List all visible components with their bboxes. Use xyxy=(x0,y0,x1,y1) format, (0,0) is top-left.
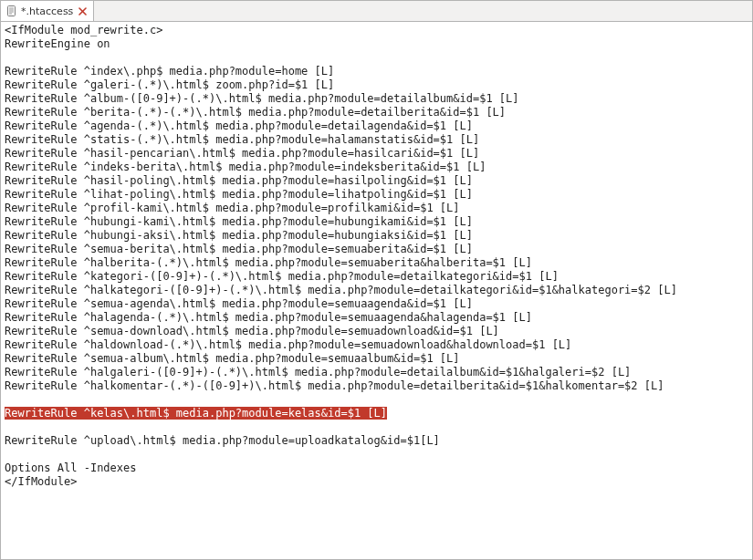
code-line xyxy=(5,448,748,461)
code-line: RewriteRule ^semua-album\.html$ media.ph… xyxy=(5,352,748,366)
code-line: RewriteRule ^index\.php$ media.php?modul… xyxy=(5,65,748,78)
highlighted-code-line: RewriteRule ^kelas\.html$ media.php?modu… xyxy=(5,407,387,420)
code-line: RewriteRule ^halgaleri-([0-9]+)-(.*)\.ht… xyxy=(5,366,748,379)
editor-window: *.htaccess <IfModule mod_rewrite.c>Rewri… xyxy=(0,0,753,560)
code-line: RewriteRule ^statis-(.*)\.html$ media.ph… xyxy=(5,133,748,147)
code-line: RewriteRule ^album-([0-9]+)-(.*)\.html$ … xyxy=(5,92,748,106)
tab-bar: *.htaccess xyxy=(1,1,752,22)
code-editor-content[interactable]: <IfModule mod_rewrite.c>RewriteEngine on… xyxy=(1,22,752,559)
code-line: RewriteRule ^halberita-(.*)\.html$ media… xyxy=(5,256,748,270)
tab-close-button[interactable] xyxy=(77,5,88,16)
code-line: RewriteRule ^galeri-(.*)\.html$ zoom.php… xyxy=(5,78,748,92)
code-line: RewriteRule ^semua-download\.html$ media… xyxy=(5,325,748,338)
code-line: RewriteRule ^profil-kami\.html$ media.ph… xyxy=(5,202,748,215)
code-line: RewriteRule ^hubungi-aksi\.html$ media.p… xyxy=(5,229,748,243)
code-line: RewriteRule ^indeks-berita\.html$ media.… xyxy=(5,161,748,174)
code-line: RewriteRule ^lihat-poling\.html$ media.p… xyxy=(5,188,748,202)
code-line xyxy=(5,393,748,407)
code-line: RewriteRule ^halkomentar-(.*)-([0-9]+)\.… xyxy=(5,379,748,393)
code-line: RewriteRule ^berita-(.*)-(.*)\.html$ med… xyxy=(5,106,748,119)
code-line xyxy=(5,420,748,434)
code-line: RewriteRule ^halkategori-([0-9]+)-(.*)\.… xyxy=(5,284,748,297)
code-line: RewriteRule ^kelas\.html$ media.php?modu… xyxy=(5,407,748,420)
code-line xyxy=(5,51,748,65)
file-icon xyxy=(6,5,17,16)
code-line: RewriteRule ^hubungi-kami\.html$ media.p… xyxy=(5,215,748,229)
code-line: RewriteRule ^hasil-pencarian\.html$ medi… xyxy=(5,147,748,161)
code-line: RewriteRule ^halagenda-(.*)\.html$ media… xyxy=(5,311,748,325)
file-tab[interactable]: *.htaccess xyxy=(1,1,94,21)
code-line: Options All -Indexes xyxy=(5,461,748,475)
code-line: RewriteRule ^agenda-(.*)\.html$ media.ph… xyxy=(5,119,748,133)
code-line: <IfModule mod_rewrite.c> xyxy=(5,24,748,37)
svg-rect-0 xyxy=(8,6,16,16)
code-line: RewriteRule ^upload\.html$ media.php?mod… xyxy=(5,434,748,448)
code-line: RewriteRule ^kategori-([0-9]+)-(.*)\.htm… xyxy=(5,270,748,284)
code-line: RewriteEngine on xyxy=(5,37,748,51)
code-line: RewriteRule ^haldownload-(.*)\.html$ med… xyxy=(5,338,748,352)
tab-filename: *.htaccess xyxy=(21,5,73,17)
code-line: RewriteRule ^semua-berita\.html$ media.p… xyxy=(5,243,748,256)
code-line: </IfModule> xyxy=(5,475,748,489)
code-line: RewriteRule ^hasil-poling\.html$ media.p… xyxy=(5,174,748,188)
close-icon xyxy=(78,7,87,16)
code-line: RewriteRule ^semua-agenda\.html$ media.p… xyxy=(5,297,748,311)
